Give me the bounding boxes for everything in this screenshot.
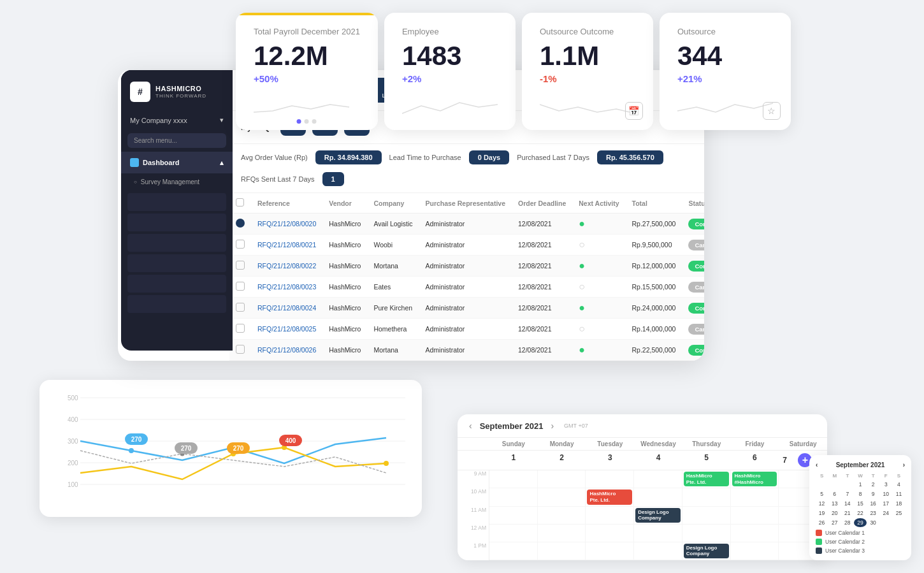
- cal-cell-wed-9[interactable]: [634, 470, 682, 488]
- mini-cal-day-24[interactable]: 24: [880, 509, 892, 518]
- sidebar-search[interactable]: Search menu...: [127, 133, 226, 148]
- mini-cal-day-8[interactable]: 8: [854, 490, 866, 498]
- mini-cal-day-16[interactable]: 16: [867, 499, 879, 508]
- svg-point-14: [384, 461, 389, 466]
- mini-cal-nav-next[interactable]: ›: [903, 461, 905, 468]
- cal-cell-mon-10[interactable]: [538, 488, 586, 506]
- cal-day-5[interactable]: 5: [682, 451, 731, 470]
- mini-cal-day-11[interactable]: 11: [893, 490, 905, 498]
- mini-cal-day-23[interactable]: 23: [867, 509, 879, 518]
- cal-day-2[interactable]: 2: [538, 451, 586, 470]
- row-checkbox[interactable]: [229, 214, 251, 235]
- cal-event-design-logo-thu[interactable]: Design LogoCompany: [684, 544, 729, 558]
- cal-cell-tue-11[interactable]: [586, 507, 634, 525]
- table-row[interactable]: RFQ/21/12/08/0025 HashMicro Homethera Ad…: [229, 319, 704, 340]
- row-checkbox[interactable]: [229, 235, 251, 256]
- cal-day-4[interactable]: 4: [634, 451, 682, 470]
- cal-cell-wed-1[interactable]: [634, 542, 682, 560]
- star-icon[interactable]: ☆: [763, 102, 781, 120]
- mini-cal-day-15[interactable]: 15: [854, 499, 866, 508]
- cal-cell-fri-11[interactable]: [731, 507, 779, 525]
- cal-cell-sun-12[interactable]: [489, 525, 538, 542]
- mini-cal-nav-prev[interactable]: ‹: [816, 461, 818, 468]
- mini-cal-day-12[interactable]: 12: [816, 499, 828, 508]
- mini-cal-day-18[interactable]: 18: [893, 499, 905, 508]
- table-row[interactable]: RFQ/21/12/08/0024 HashMicro Pure Kirchen…: [229, 298, 704, 319]
- cal-day-1[interactable]: 1: [489, 451, 538, 470]
- cal-nav-next[interactable]: ›: [548, 421, 556, 431]
- cal-cell-mon-9[interactable]: [538, 470, 586, 488]
- row-vendor: HashMicro: [322, 319, 367, 340]
- cal-cell-thu-10[interactable]: [682, 488, 731, 506]
- cal-cell-wed-11[interactable]: Design LogoCompany: [634, 507, 682, 525]
- mini-cal-day-5[interactable]: 5: [816, 490, 828, 498]
- table-row[interactable]: RFQ/21/12/08/0023 HashMicro Eates Admini…: [229, 277, 704, 298]
- cal-cell-tue-10[interactable]: HashMicroPte. Ltd.: [586, 488, 634, 506]
- sidebar-sub-survey[interactable]: Survey Management: [121, 173, 233, 191]
- cal-event-hashmicro-tue-10[interactable]: HashMicroPte. Ltd.: [587, 490, 632, 504]
- mini-cal-day-10[interactable]: 10: [880, 490, 892, 498]
- mini-cal-day-21[interactable]: 21: [841, 509, 853, 518]
- mini-cal-day-13[interactable]: 13: [828, 499, 841, 508]
- mini-cal-day-17[interactable]: 17: [880, 499, 892, 508]
- cal-day-6[interactable]: 6: [731, 451, 779, 470]
- company-selector[interactable]: My Company xxxx ▾: [121, 111, 233, 129]
- cal-cell-fri-9[interactable]: HashMicro#HashMicro: [731, 470, 779, 488]
- row-checkbox[interactable]: [229, 277, 251, 298]
- cal-cell-wed-12[interactable]: [634, 525, 682, 542]
- cal-cell-thu-9[interactable]: HashMicroPte. Ltd.: [682, 470, 731, 488]
- mini-cal-day-4[interactable]: 4: [893, 480, 905, 489]
- cal-cell-tue-12[interactable]: [586, 525, 634, 542]
- cal-cell-sun-10[interactable]: [489, 488, 538, 506]
- mini-cal-day-19[interactable]: 19: [816, 509, 828, 518]
- mini-cal-day-27[interactable]: 27: [828, 518, 841, 527]
- row-checkbox[interactable]: [229, 256, 251, 277]
- row-checkbox[interactable]: [229, 340, 251, 361]
- mini-cal-day-28[interactable]: 28: [841, 518, 853, 527]
- mini-cal-day-22[interactable]: 22: [854, 509, 866, 518]
- cal-cell-mon-12[interactable]: [538, 525, 586, 542]
- cal-event-design-logo-wed[interactable]: Design LogoCompany: [635, 508, 681, 523]
- row-rep: Administrator: [419, 319, 512, 340]
- cal-cell-mon-1[interactable]: [538, 542, 586, 560]
- mini-cal-day-25[interactable]: 25: [893, 509, 905, 518]
- table-row[interactable]: RFQ/21/12/08/0020 HashMicro Avail Logist…: [229, 214, 704, 235]
- table-row[interactable]: RFQ/21/12/08/0021 HashMicro Woobi Admini…: [229, 235, 704, 256]
- cal-cell-tue-1[interactable]: [586, 542, 634, 560]
- mini-cal-day-1[interactable]: 1: [854, 480, 866, 489]
- cal-cell-tue-9[interactable]: [586, 470, 634, 488]
- cal-event-hashmicro-fri[interactable]: HashMicro#HashMicro: [732, 472, 777, 486]
- card-value: 344: [677, 41, 773, 71]
- row-checkbox[interactable]: [229, 298, 251, 319]
- cal-day-3[interactable]: 3: [586, 451, 634, 470]
- cal-cell-wed-10[interactable]: [634, 488, 682, 506]
- mini-cal-day-29[interactable]: 29: [854, 518, 866, 527]
- cal-cell-fri-10[interactable]: [731, 488, 779, 506]
- cal-cell-sun-1[interactable]: [489, 542, 538, 560]
- mini-cal-day-14[interactable]: 14: [841, 499, 853, 508]
- cal-event-hashmicro-thu[interactable]: HashMicroPte. Ltd.: [684, 472, 729, 486]
- cal-cell-thu-1[interactable]: Design LogoCompany: [682, 542, 731, 560]
- mini-cal-day-7[interactable]: 7: [841, 490, 853, 498]
- table-row[interactable]: RFQ/21/12/08/0022 HashMicro Mortana Admi…: [229, 256, 704, 277]
- cal-cell-sun-9[interactable]: [489, 470, 538, 488]
- th-checkbox[interactable]: [229, 193, 251, 214]
- table-row[interactable]: RFQ/21/12/08/0026 HashMicro Mortana Admi…: [229, 340, 704, 361]
- mini-cal-day-20[interactable]: 20: [828, 509, 841, 518]
- mini-cal-day-3[interactable]: 3: [880, 480, 892, 489]
- mini-cal-day-6[interactable]: 6: [828, 490, 841, 498]
- cal-cell-sun-11[interactable]: [489, 507, 538, 525]
- cal-cell-thu-11[interactable]: [682, 507, 731, 525]
- cal-cell-fri-12[interactable]: [731, 525, 779, 542]
- row-checkbox[interactable]: [229, 319, 251, 340]
- mini-cal-day-9[interactable]: 9: [867, 490, 879, 498]
- cal-cell-thu-12[interactable]: [682, 525, 731, 542]
- mini-cal-day-26[interactable]: 26: [816, 518, 828, 527]
- cal-cell-mon-11[interactable]: [538, 507, 586, 525]
- mini-cal-day-30[interactable]: 30: [867, 518, 879, 527]
- cal-nav-prev[interactable]: ‹: [466, 421, 475, 431]
- cal-cell-fri-1[interactable]: [731, 542, 779, 560]
- mini-cal-day-2[interactable]: 2: [867, 480, 879, 489]
- calendar-icon[interactable]: 📅: [625, 102, 643, 120]
- sidebar-nav-dashboard[interactable]: Dashboard ▴: [121, 152, 233, 173]
